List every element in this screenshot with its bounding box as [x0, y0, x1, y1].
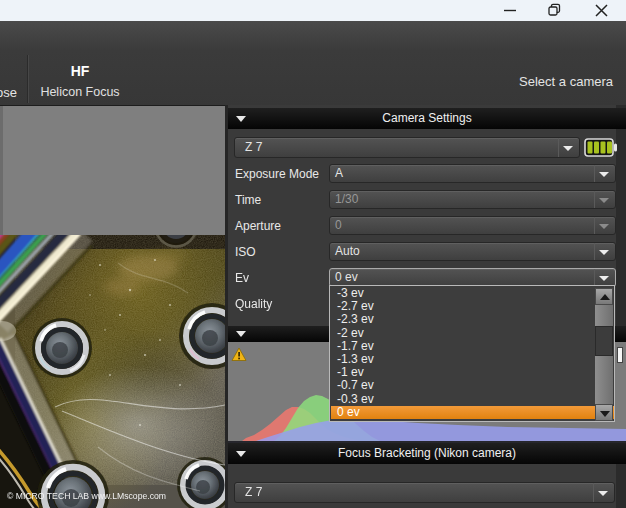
- svg-text:© MICRO TECH LAB www.LMscope.c: © MICRO TECH LAB www.LMscope.com: [7, 491, 166, 501]
